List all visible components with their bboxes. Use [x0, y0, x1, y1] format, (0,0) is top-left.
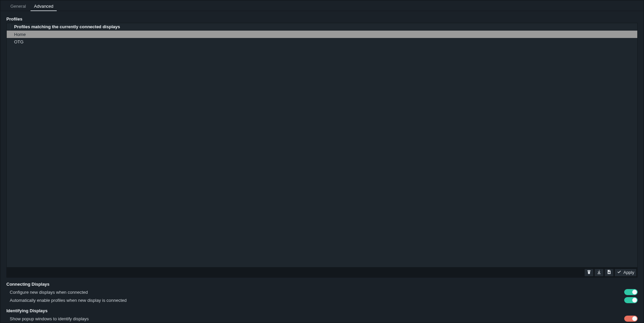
profiles-column-header[interactable]: Profiles matching the currently connecte… [11, 23, 123, 30]
apply-button-label: Apply [623, 270, 634, 275]
identifying-block: Identifying Displays Show popup windows … [4, 304, 640, 323]
setting-auto-enable-profiles: Automatically enable profiles when new d… [6, 296, 638, 304]
profiles-tree-body: Home OTG [7, 31, 637, 267]
setting-label: Automatically enable profiles when new d… [10, 298, 127, 303]
delete-profile-button[interactable] [584, 269, 594, 277]
profile-name: Home [11, 32, 29, 37]
profile-row[interactable]: Home [7, 31, 637, 38]
toggle-auto-enable-profiles[interactable] [624, 297, 638, 303]
profile-row[interactable]: OTG [7, 38, 637, 45]
profiles-toolbar: Apply [6, 268, 638, 278]
setting-label: Configure new displays when connected [10, 290, 88, 295]
new-profile-button[interactable] [604, 269, 614, 277]
profiles-pane: Profiles matching the currently connecte… [4, 23, 640, 278]
tab-advanced[interactable]: Advanced [30, 1, 57, 11]
tab-general[interactable]: General [6, 1, 30, 11]
profiles-tree-header: Profiles matching the currently connecte… [7, 23, 637, 31]
toggle-identify-popup[interactable] [624, 316, 638, 322]
check-icon [617, 270, 622, 275]
toggle-configure-new[interactable] [624, 289, 638, 295]
file-plus-icon [607, 270, 611, 275]
download-icon [597, 270, 601, 275]
tab-content-advanced: Profiles Profiles matching the currently… [0, 11, 644, 323]
section-title-connecting: Connecting Displays [6, 280, 638, 288]
tab-bar: General Advanced [0, 0, 644, 11]
toggle-knob [632, 290, 637, 294]
setting-identify-popup: Show popup windows to identify displays [6, 315, 638, 323]
section-title-identifying: Identifying Displays [6, 306, 638, 315]
setting-label: Show popup windows to identify displays [10, 316, 89, 321]
apply-profile-button[interactable]: Apply [614, 269, 637, 277]
header-spacer [7, 23, 11, 30]
toggle-knob [632, 316, 637, 321]
toggle-knob [632, 298, 637, 302]
display-settings-window: General Advanced Profiles Profiles match… [0, 0, 644, 323]
trash-icon [587, 270, 591, 275]
profile-name: OTG [11, 39, 27, 44]
setting-configure-new: Configure new displays when connected [6, 288, 638, 296]
profiles-tree[interactable]: Profiles matching the currently connecte… [6, 23, 638, 268]
save-profile-button[interactable] [594, 269, 604, 277]
section-title-profiles: Profiles [4, 14, 640, 23]
connecting-block: Connecting Displays Configure new displa… [4, 278, 640, 304]
